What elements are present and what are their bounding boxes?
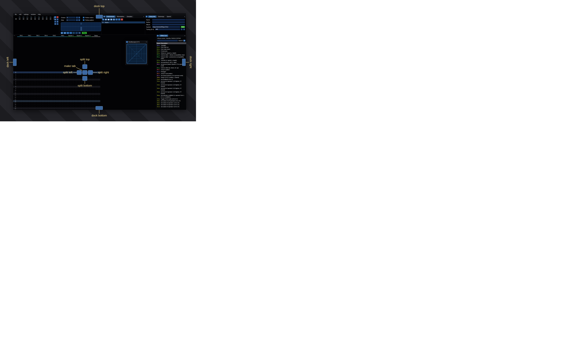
pattern-cell[interactable]: ··· ·· ·· ··· <box>34 79 42 80</box>
pattern-cell[interactable]: ··· ·· ·· ··· <box>75 91 84 93</box>
effect-list-item[interactable]: 1BxxSet attack of operator 2 (0 to 1F) <box>156 104 186 106</box>
pattern-row[interactable]: 20··· ·· ·· ······ ·· ·· ······ ·· ·· ··… <box>13 107 100 109</box>
pattern-channel-square-3[interactable]: Square 3 <box>84 35 92 37</box>
play-button[interactable]: ▶ <box>61 32 63 34</box>
pattern-cell[interactable]: ··· ·· ·· ··· <box>50 97 59 98</box>
pattern-cell[interactable]: ··· ·· ·· ··· <box>59 77 67 78</box>
pattern-cell[interactable]: ··· ·· ·· ··· <box>50 77 59 78</box>
move-order-down-button[interactable]: ∨ <box>54 21 56 23</box>
pattern-cell[interactable]: ··· ·· ·· ··· <box>75 97 84 98</box>
collapse-arrow-icon[interactable]: ▼ <box>103 16 105 17</box>
pattern-cell[interactable]: ··· ·· ·· ··· <box>59 95 67 96</box>
pattern-cell[interactable]: ··· ·· ·· ··· <box>59 93 67 95</box>
effect-list-item[interactable]: 02xxPitch slide down <box>156 48 186 50</box>
pattern-row[interactable]: 13··· ·· ·· ······ ·· ·· ······ ·· ·· ··… <box>13 95 100 97</box>
pattern-cell[interactable]: ··· ·· ·· ··· <box>50 75 59 77</box>
pattern-cell[interactable]: ··· ·· ·· ··· <box>42 100 50 102</box>
effect-list-item[interactable]: 17xxToggle PCM mode (LEGACY) <box>156 98 186 100</box>
pattern-cell[interactable]: ··· ·· ·· ··· <box>75 93 84 95</box>
pattern-cell[interactable]: ··· ·· ·· ··· <box>17 106 26 107</box>
pattern-cell[interactable]: ··· ·· ·· ··· <box>26 109 34 110</box>
step-decrement-button[interactable]: - <box>76 19 78 21</box>
hamburger-menu-icon[interactable]: ≡ <box>183 40 185 41</box>
pattern-cell[interactable]: ··· ·· ·· ··· <box>92 91 100 93</box>
pattern-cell[interactable]: ··· ·· ·· ··· <box>84 90 92 91</box>
pattern-cell[interactable]: ··· ·· ·· ··· <box>67 81 75 82</box>
pattern-row[interactable]: 10··· ·· ·· ······ ·· ·· ······ ·· ·· ··… <box>13 89 100 91</box>
collapse-arrow-icon[interactable]: ▼ <box>126 41 128 43</box>
pattern-channel-square-2[interactable]: Square 2 <box>75 35 84 37</box>
pattern-cell[interactable]: ··· ·· ·· ··· <box>34 97 42 98</box>
orders-value-row[interactable]: 0000000000000000000000 <box>14 18 59 20</box>
effect-list-item[interactable]: 0CxxRetrigger <box>156 71 186 72</box>
pattern-cell[interactable]: ··· ·· ·· ··· <box>42 95 50 96</box>
pattern-channel-fm-6[interactable]: FM 6 <box>59 35 67 37</box>
pattern-cell[interactable]: ··· ·· ·· ··· <box>50 104 59 105</box>
pattern-cell[interactable]: ··· ·· ·· ··· <box>26 90 34 91</box>
pattern-cell[interactable]: ··· ·· ·· ··· <box>75 95 84 96</box>
pattern-cell[interactable]: ··· ·· ·· ··· <box>84 95 92 96</box>
order-edit-mode-button[interactable]: ↖ <box>57 23 59 25</box>
pattern-cell[interactable]: ··· ·· ·· ··· <box>17 83 26 84</box>
pattern-channel-fm-3[interactable]: FM 3 <box>34 35 42 37</box>
pattern-cell[interactable]: ··· ·· ·· ··· <box>42 93 50 95</box>
pattern-cell[interactable]: ··· ·· ·· ··· <box>26 73 34 75</box>
piano-upper-octaves[interactable] <box>61 22 101 27</box>
menu-help[interactable]: help <box>37 13 42 15</box>
effect-list-item[interactable]: 15xxSet level of operator 4 (0 highest, … <box>156 91 186 94</box>
pattern-cell[interactable]: ··· ·· ·· ··· <box>50 86 59 87</box>
pattern-cell[interactable]: ··· ·· ·· ··· <box>67 100 75 102</box>
step-row-button[interactable]: ↓ <box>70 32 72 34</box>
pattern-cell[interactable]: ··· ·· ·· ··· <box>34 93 42 95</box>
pattern-cell[interactable]: ··· ·· ·· ··· <box>84 83 92 84</box>
pattern-cell[interactable]: ··· ·· ·· ··· <box>50 99 59 100</box>
instruments-tab-wavetables[interactable]: Wavetables <box>116 16 125 18</box>
effect-list-item[interactable]: 0AxyVolume slide (0y: down; x0: up) <box>156 67 186 69</box>
pattern-cell[interactable]: ··· ·· ·· ··· <box>26 79 34 80</box>
effect-list-item[interactable]: 08xySet panning (x: left; y: right) <box>156 61 186 63</box>
effect-list-item[interactable]: 13xxSet level of operator 2 (0 highest, … <box>156 84 186 87</box>
pattern-cell[interactable]: ··· ·· ·· ··· <box>42 106 50 107</box>
dock-target-bottom[interactable] <box>96 106 103 110</box>
pattern-cell[interactable]: ··· ·· ·· ··· <box>75 106 84 107</box>
pattern-cell[interactable]: ··· ·· ·· ··· <box>17 99 26 100</box>
pattern-cell[interactable]: ··· ·· ·· ··· <box>34 88 42 89</box>
pattern-cell[interactable]: ··· ·· ·· ··· <box>26 100 34 102</box>
pattern-cell[interactable]: ··· ·· ·· ··· <box>34 75 42 77</box>
pattern-cell[interactable]: ··· ·· ·· ··· <box>17 104 26 105</box>
pattern-cell[interactable]: ··· ·· ·· ··· <box>92 88 100 89</box>
pattern-cell[interactable]: ··· ·· ·· ··· <box>42 81 50 82</box>
effect-list-item[interactable]: 07xyTremolo (x: speed; y: depth) <box>156 59 186 61</box>
pattern-cell[interactable]: ··· ·· ·· ··· <box>50 83 59 84</box>
pattern-cell[interactable]: ··· ·· ·· ··· <box>26 104 34 105</box>
menu-edit[interactable]: edit <box>18 13 22 15</box>
effect-list-item[interactable]: 09xxSet groove pattern (speed 1 if no gr… <box>156 63 186 67</box>
effect-list-item[interactable]: 1AxxSet attack of operator 1 (0 to 1F) <box>156 102 186 104</box>
pattern-cell[interactable]: ··· ·· ·· ··· <box>34 77 42 78</box>
save-instrument-button[interactable] <box>110 19 112 20</box>
pattern-cell[interactable]: ··· ·· ·· ··· <box>17 77 26 78</box>
pattern-cell[interactable]: ··· ·· ·· ··· <box>92 95 100 96</box>
pattern-cell[interactable]: ··· ·· ·· ··· <box>92 99 100 100</box>
pattern-cell[interactable]: ··· ·· ·· ··· <box>67 90 75 91</box>
song-info-tab-subsongs[interactable]: Subsongs <box>157 16 165 18</box>
pattern-cell[interactable]: ··· ·· ·· ··· <box>84 99 92 100</box>
effect-list-item[interactable]: 10xySetup LFO (x: enable; y: speed) <box>156 76 186 78</box>
pattern-row[interactable]: 18··· ·· ·· ······ ·· ·· ······ ·· ·· ··… <box>13 104 100 106</box>
effect-search-input[interactable] <box>157 40 178 41</box>
instrument-folder-button[interactable] <box>113 19 115 20</box>
octave-decrement-button[interactable]: - <box>76 17 78 19</box>
pattern-cell[interactable]: ··· ·· ·· ··· <box>26 75 34 77</box>
edit-toggle-button[interactable]: ● <box>73 32 75 34</box>
pattern-cell[interactable]: ··· ·· ·· ··· <box>92 79 100 80</box>
pattern-cell[interactable]: ··· ·· ·· ··· <box>75 102 84 104</box>
pattern-cell[interactable]: ··· ·· ·· ··· <box>84 108 92 109</box>
pattern-cell[interactable]: ··· ·· ·· ··· <box>34 109 42 110</box>
system-auto-button[interactable]: Auto <box>181 26 185 28</box>
effect-list-item[interactable]: 05xyVolume slide + vibrato (compatibilit… <box>156 54 186 56</box>
pattern-cell[interactable]: ··· ·· ·· ··· <box>75 75 84 77</box>
pattern-cell[interactable]: ··· ·· ·· ··· <box>34 106 42 107</box>
pattern-cell[interactable]: ··· ·· ·· ··· <box>26 93 34 95</box>
menu-settings[interactable]: settings <box>22 13 30 15</box>
effect-list-item[interactable]: 06xyVolume slide + portamento (compatibi… <box>156 56 186 59</box>
